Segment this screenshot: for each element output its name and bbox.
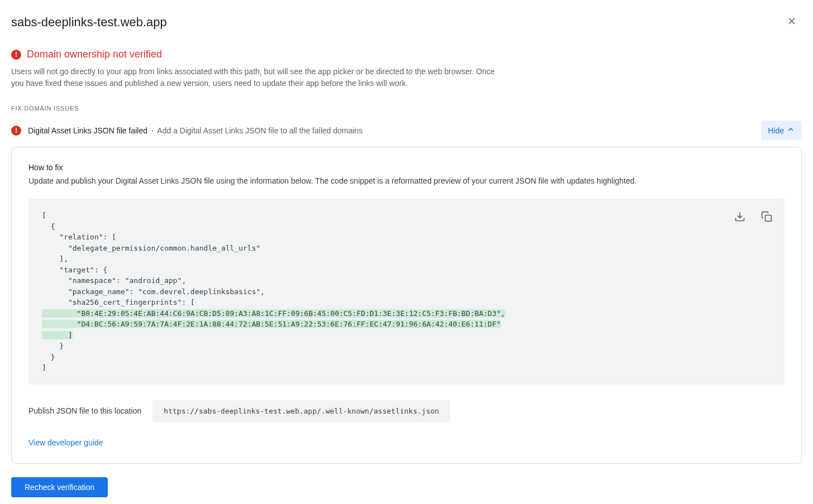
close-button[interactable] — [782, 11, 802, 33]
code-line: "delegate_permission/common.handle_all_u… — [42, 244, 260, 252]
howto-description: Update and publish your Digital Asset Li… — [28, 176, 785, 185]
fix-card: How to fix Update and publish your Digit… — [11, 147, 802, 464]
separator: · — [151, 126, 156, 135]
copy-button[interactable] — [759, 209, 774, 226]
code-line: } — [42, 342, 64, 350]
error-icon: ! — [11, 126, 21, 136]
code-line-highlighted: "B0:4E:29:05:4E:AB:44:C6:9A:CB:D5:89:A3:… — [42, 309, 505, 318]
section-heading: FIX DOMAIN ISSUES — [11, 105, 802, 112]
code-line: "target": { — [42, 266, 107, 274]
issue-title: Digital Asset Links JSON file failed — [28, 126, 147, 135]
recheck-verification-button[interactable]: Recheck verification — [11, 477, 108, 497]
code-block: [ { "relation": [ "delegate_permission/c… — [28, 199, 785, 385]
code-line: [ — [42, 211, 46, 219]
copy-icon — [761, 211, 772, 224]
status-title: Domain ownership not verified — [27, 49, 162, 60]
toggle-label: Hide — [768, 126, 784, 135]
close-icon — [786, 16, 797, 28]
howto-title: How to fix — [28, 163, 785, 172]
code-line: } — [42, 353, 55, 361]
error-icon: ! — [11, 50, 21, 60]
code-line: "sha256_cert_fingerprints": [ — [42, 298, 195, 306]
page-title: sabs-deeplinks-test.web.app — [11, 15, 167, 30]
code-line-highlighted: ] — [42, 331, 73, 339]
status-description: Users will not go directly to your app f… — [11, 66, 497, 89]
code-line: { — [42, 222, 55, 231]
download-button[interactable] — [732, 209, 748, 226]
svg-rect-3 — [766, 215, 772, 222]
chevron-up-icon — [786, 125, 795, 136]
toggle-collapse-button[interactable]: Hide — [761, 121, 802, 140]
code-line: "relation": [ — [42, 233, 116, 241]
developer-guide-link[interactable]: View developer guide — [28, 438, 103, 447]
code-line: "namespace": "android_app", — [42, 276, 186, 285]
code-line: "package_name": "com.devrel.deeplinksbas… — [42, 287, 265, 296]
code-line: ], — [42, 255, 68, 263]
download-icon — [734, 211, 745, 224]
code-line-highlighted: "D4:BC:56:A9:59:7A:7A:4F:2E:1A:88:44:72:… — [42, 320, 501, 328]
publish-url: https://sabs-deeplinks-test.web.app/.wel… — [152, 400, 450, 422]
publish-label: Publish JSON file to this location — [28, 406, 141, 415]
issue-subtitle: Add a Digital Asset Links JSON file to a… — [157, 126, 362, 135]
code-line: ] — [42, 363, 46, 372]
